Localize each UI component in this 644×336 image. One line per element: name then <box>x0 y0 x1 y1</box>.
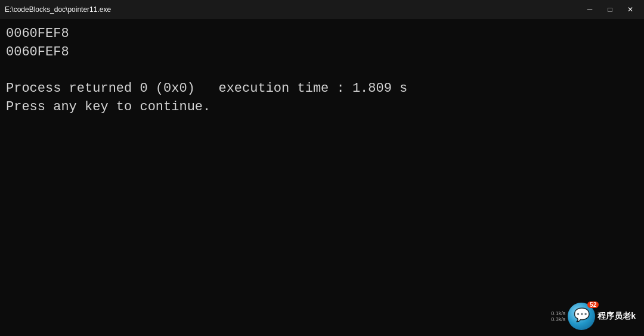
console-line-4: Process returned 0 (0x0) execution time … <box>6 80 638 98</box>
maximize-button[interactable]: □ <box>601 3 619 16</box>
window-controls: ─ □ ✕ <box>581 3 639 16</box>
watermark: 0.1k/s 0.3k/s 💬 52 程序员老k <box>550 303 636 330</box>
close-button[interactable]: ✕ <box>621 3 639 16</box>
window-title: E:\codeBlocks_doc\pointer11.exe <box>5 5 111 14</box>
console-output: 0060FEF8 0060FEF8 Process returned 0 (0x… <box>0 19 644 336</box>
console-line-1: 0060FEF8 <box>6 25 638 43</box>
minimize-button[interactable]: ─ <box>581 3 599 16</box>
net-download: 0.3k/s <box>551 316 565 322</box>
wechat-icon: 💬 <box>574 310 590 323</box>
app-window: E:\codeBlocks_doc\pointer11.exe ─ □ ✕ 00… <box>0 0 644 336</box>
net-stats: 0.1k/s 0.3k/s <box>551 310 565 322</box>
account-name: 程序员老k <box>597 311 636 322</box>
console-line-2: 0060FEF8 <box>6 43 638 62</box>
console-line-5: Press any key to continue. <box>6 98 638 117</box>
console-line-3 <box>6 62 638 80</box>
wechat-bubble: 💬 52 <box>568 303 595 330</box>
notification-badge: 52 <box>587 301 599 308</box>
net-upload: 0.1k/s <box>551 310 565 316</box>
titlebar: E:\codeBlocks_doc\pointer11.exe ─ □ ✕ <box>0 0 644 19</box>
